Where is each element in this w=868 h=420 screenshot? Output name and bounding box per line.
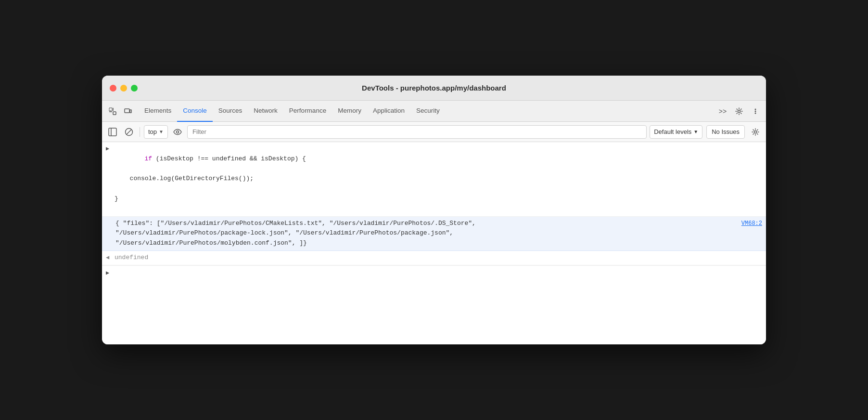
console-entry-input: ▶ if (isDesktop !== undefined && isDeskt… (102, 142, 766, 217)
svg-rect-0 (109, 108, 112, 111)
no-issues-button[interactable]: No Issues (706, 125, 745, 139)
console-area: ▶ if (isDesktop !== undefined && isDeskt… (102, 142, 766, 344)
svg-point-6 (738, 110, 740, 112)
svg-point-7 (755, 108, 756, 110)
minimize-button[interactable] (120, 85, 127, 92)
tab-sources[interactable]: Sources (213, 101, 248, 122)
svg-point-9 (755, 112, 756, 114)
customize-devtools-button[interactable] (749, 105, 762, 118)
device-toolbar-icon-button[interactable] (121, 105, 135, 118)
tab-console[interactable]: Console (177, 101, 213, 122)
close-button[interactable] (110, 85, 116, 92)
tab-performance[interactable]: Performance (283, 101, 332, 122)
svg-rect-5 (130, 110, 131, 113)
traffic-lights (110, 85, 138, 92)
svg-rect-4 (125, 109, 129, 113)
console-prompt-arrow: ▶ (106, 269, 109, 278)
context-selector[interactable]: top ▼ (144, 125, 168, 139)
return-arrow: ◀ (106, 253, 112, 262)
entry-source-link[interactable]: VM68:2 (741, 219, 762, 228)
show-console-sidebar-button[interactable] (106, 125, 119, 139)
output-indent (106, 219, 113, 219)
maximize-button[interactable] (131, 85, 138, 92)
console-entry-return: ◀ undefined (102, 251, 766, 265)
eye-button[interactable] (171, 125, 184, 139)
tabs-right-controls: >> (716, 105, 762, 118)
devtools-window: DevTools - purephotos.app/my/dashboard (102, 76, 766, 344)
toolbar-divider-1 (140, 127, 140, 137)
filter-input[interactable] (187, 125, 647, 139)
svg-point-15 (754, 131, 757, 133)
tab-icon-group (106, 105, 135, 118)
entry-code: if (isDesktop !== undefined && isDesktop… (115, 144, 762, 214)
console-toolbar: top ▼ Default levels ▼ No Issues (102, 122, 766, 142)
svg-point-8 (755, 110, 756, 112)
tabs-bar: Elements Console Sources Network Perform… (102, 101, 766, 122)
svg-rect-1 (113, 112, 116, 115)
tab-elements[interactable]: Elements (139, 101, 177, 122)
devtools-settings-button[interactable] (732, 105, 746, 118)
entry-output-content: { "files": ["/Users/vladimir/PurePhotos/… (115, 219, 738, 249)
svg-point-14 (176, 131, 179, 133)
window-title: DevTools - purephotos.app/my/dashboard (362, 84, 506, 92)
toolbar-right: Default levels ▼ No Issues (650, 125, 762, 139)
console-settings-button[interactable] (749, 125, 762, 139)
tabs-list: Elements Console Sources Network Perform… (139, 101, 716, 122)
console-entry-output: { "files": ["/Users/vladimir/PurePhotos/… (102, 217, 766, 251)
clear-console-button[interactable] (122, 125, 136, 139)
inspect-element-icon-button[interactable] (106, 105, 119, 118)
tab-network[interactable]: Network (248, 101, 283, 122)
console-input[interactable] (112, 270, 762, 277)
svg-rect-10 (109, 128, 116, 136)
more-tabs-button[interactable]: >> (716, 105, 729, 118)
tab-memory[interactable]: Memory (332, 101, 367, 122)
console-input-row: ▶ (102, 265, 766, 281)
tab-application[interactable]: Application (367, 101, 410, 122)
titlebar: DevTools - purephotos.app/my/dashboard (102, 76, 766, 101)
expand-arrow[interactable]: ▶ (106, 144, 112, 154)
svg-line-13 (127, 130, 131, 134)
tab-security[interactable]: Security (410, 101, 446, 122)
entry-return-content: undefined (115, 253, 762, 263)
default-levels-button[interactable]: Default levels ▼ (650, 125, 702, 139)
